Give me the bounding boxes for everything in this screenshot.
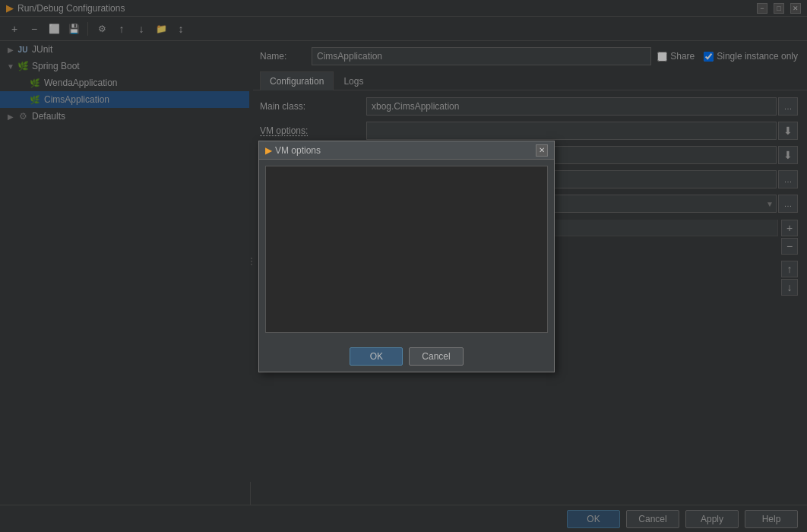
modal-footer: OK Cancel	[259, 341, 554, 372]
modal-title-text: VM options	[275, 145, 533, 156]
vm-options-modal: ▶ VM options ✕ OK Cancel	[258, 141, 555, 372]
modal-title-bar: ▶ VM options ✕	[259, 141, 554, 160]
modal-overlay: ▶ VM options ✕ OK Cancel	[0, 0, 807, 532]
modal-close-button[interactable]: ✕	[536, 144, 548, 157]
modal-body	[259, 160, 554, 341]
modal-ok-button[interactable]: OK	[350, 347, 403, 366]
modal-title-icon: ▶	[265, 145, 272, 156]
modal-cancel-button[interactable]: Cancel	[409, 347, 463, 366]
vm-options-textarea[interactable]	[265, 166, 548, 333]
